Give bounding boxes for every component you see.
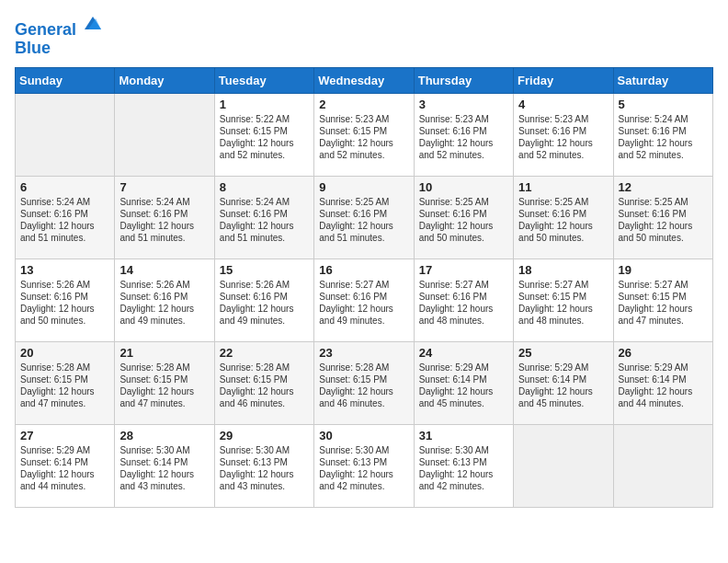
day-number: 18	[518, 263, 608, 277]
day-info: Daylight: 12 hours and 50 minutes.	[619, 220, 708, 244]
day-number: 4	[518, 98, 608, 111]
day-number: 17	[419, 263, 508, 277]
day-info: Daylight: 12 hours and 52 minutes.	[518, 137, 608, 161]
calendar-cell: 14Sunrise: 5:26 AMSunset: 6:16 PMDayligh…	[115, 259, 214, 341]
day-info: Daylight: 12 hours and 42 minutes.	[319, 468, 408, 492]
day-info: Sunset: 6:15 PM	[619, 291, 708, 303]
calendar-cell: 28Sunrise: 5:30 AMSunset: 6:14 PMDayligh…	[115, 424, 214, 507]
day-info: Sunset: 6:15 PM	[319, 373, 408, 385]
day-info: Sunset: 6:15 PM	[518, 291, 608, 303]
day-number: 1	[220, 98, 309, 111]
weekday-header-sunday: Sunday	[16, 67, 115, 93]
day-info: Daylight: 12 hours and 50 minutes.	[518, 220, 608, 244]
day-info: Daylight: 12 hours and 42 minutes.	[419, 468, 508, 492]
day-info: Sunrise: 5:25 AM	[419, 196, 508, 208]
calendar-cell: 17Sunrise: 5:27 AMSunset: 6:16 PMDayligh…	[414, 259, 513, 341]
day-info: Sunset: 6:16 PM	[419, 125, 508, 137]
weekday-header-thursday: Thursday	[414, 67, 513, 93]
day-info: Sunset: 6:14 PM	[119, 456, 209, 468]
calendar-cell: 27Sunrise: 5:29 AMSunset: 6:14 PMDayligh…	[16, 424, 115, 507]
day-info: Sunset: 6:16 PM	[619, 208, 708, 220]
day-info: Daylight: 12 hours and 52 minutes.	[419, 137, 508, 161]
day-info: Sunrise: 5:27 AM	[319, 279, 408, 291]
day-number: 26	[619, 346, 708, 360]
calendar-cell: 29Sunrise: 5:30 AMSunset: 6:13 PMDayligh…	[214, 424, 313, 507]
calendar-week-row: 13Sunrise: 5:26 AMSunset: 6:16 PMDayligh…	[16, 259, 713, 341]
day-number: 11	[518, 180, 608, 194]
day-info: Sunrise: 5:24 AM	[119, 196, 209, 208]
day-number: 6	[20, 180, 109, 194]
day-info: Sunset: 6:15 PM	[20, 373, 109, 385]
calendar-cell: 22Sunrise: 5:28 AMSunset: 6:15 PMDayligh…	[214, 341, 313, 424]
calendar-cell: 2Sunrise: 5:23 AMSunset: 6:15 PMDaylight…	[314, 93, 414, 176]
calendar-cell: 8Sunrise: 5:24 AMSunset: 6:16 PMDaylight…	[214, 176, 313, 259]
calendar-week-row: 27Sunrise: 5:29 AMSunset: 6:14 PMDayligh…	[16, 424, 713, 507]
day-info: Daylight: 12 hours and 48 minutes.	[518, 303, 608, 327]
calendar-cell: 7Sunrise: 5:24 AMSunset: 6:16 PMDaylight…	[115, 176, 214, 259]
day-number: 15	[220, 263, 309, 277]
calendar-cell: 10Sunrise: 5:25 AMSunset: 6:16 PMDayligh…	[414, 176, 513, 259]
day-number: 29	[220, 429, 309, 442]
weekday-header-wednesday: Wednesday	[314, 67, 414, 93]
day-info: Sunrise: 5:30 AM	[119, 444, 209, 456]
day-info: Sunrise: 5:23 AM	[319, 113, 408, 125]
day-info: Sunrise: 5:30 AM	[419, 444, 508, 456]
logo-text: General	[15, 15, 103, 40]
day-info: Sunrise: 5:26 AM	[220, 279, 309, 291]
calendar-cell: 4Sunrise: 5:23 AMSunset: 6:16 PMDaylight…	[514, 93, 613, 176]
day-info: Sunset: 6:15 PM	[119, 373, 209, 385]
day-number: 27	[20, 429, 109, 442]
day-info: Sunrise: 5:24 AM	[220, 196, 309, 208]
day-info: Daylight: 12 hours and 47 minutes.	[119, 385, 209, 409]
calendar-cell: 16Sunrise: 5:27 AMSunset: 6:16 PMDayligh…	[314, 259, 414, 341]
day-info: Daylight: 12 hours and 45 minutes.	[419, 385, 508, 409]
calendar-cell: 11Sunrise: 5:25 AMSunset: 6:16 PMDayligh…	[514, 176, 613, 259]
day-info: Sunset: 6:16 PM	[619, 125, 708, 137]
day-info: Sunset: 6:16 PM	[518, 208, 608, 220]
day-info: Sunrise: 5:27 AM	[419, 279, 508, 291]
day-number: 3	[419, 98, 508, 111]
day-info: Sunrise: 5:30 AM	[220, 444, 309, 456]
day-info: Sunset: 6:14 PM	[518, 373, 608, 385]
day-info: Sunrise: 5:27 AM	[619, 279, 708, 291]
day-number: 5	[619, 98, 708, 111]
day-number: 14	[119, 263, 209, 277]
day-info: Sunset: 6:16 PM	[220, 208, 309, 220]
day-info: Sunset: 6:16 PM	[20, 208, 109, 220]
day-info: Sunrise: 5:25 AM	[619, 196, 708, 208]
day-info: Daylight: 12 hours and 49 minutes.	[319, 303, 408, 327]
weekday-header-saturday: Saturday	[613, 67, 712, 93]
day-info: Sunset: 6:16 PM	[419, 291, 508, 303]
day-info: Sunrise: 5:28 AM	[319, 362, 408, 373]
day-info: Daylight: 12 hours and 46 minutes.	[319, 385, 408, 409]
day-info: Sunrise: 5:29 AM	[619, 362, 708, 373]
weekday-header-tuesday: Tuesday	[214, 67, 313, 93]
day-info: Daylight: 12 hours and 44 minutes.	[619, 385, 708, 409]
day-info: Sunset: 6:15 PM	[220, 373, 309, 385]
calendar-cell	[115, 93, 214, 176]
calendar-cell: 5Sunrise: 5:24 AMSunset: 6:16 PMDaylight…	[613, 93, 712, 176]
calendar-week-row: 6Sunrise: 5:24 AMSunset: 6:16 PMDaylight…	[16, 176, 713, 259]
day-number: 7	[119, 180, 209, 194]
day-info: Daylight: 12 hours and 50 minutes.	[20, 303, 109, 327]
day-info: Daylight: 12 hours and 45 minutes.	[518, 385, 608, 409]
calendar-week-row: 1Sunrise: 5:22 AMSunset: 6:15 PMDaylight…	[16, 93, 713, 176]
day-info: Sunset: 6:13 PM	[419, 456, 508, 468]
day-number: 12	[619, 180, 708, 194]
day-info: Daylight: 12 hours and 47 minutes.	[619, 303, 708, 327]
day-info: Sunrise: 5:29 AM	[419, 362, 508, 373]
calendar-cell	[514, 424, 613, 507]
day-info: Sunrise: 5:22 AM	[220, 113, 309, 125]
day-info: Daylight: 12 hours and 49 minutes.	[220, 303, 309, 327]
day-info: Daylight: 12 hours and 51 minutes.	[20, 220, 109, 244]
day-info: Sunset: 6:16 PM	[119, 208, 209, 220]
calendar-cell: 25Sunrise: 5:29 AMSunset: 6:14 PMDayligh…	[514, 341, 613, 424]
day-info: Sunrise: 5:27 AM	[518, 279, 608, 291]
day-info: Daylight: 12 hours and 47 minutes.	[20, 385, 109, 409]
calendar-cell: 9Sunrise: 5:25 AMSunset: 6:16 PMDaylight…	[314, 176, 414, 259]
calendar-cell: 13Sunrise: 5:26 AMSunset: 6:16 PMDayligh…	[16, 259, 115, 341]
day-info: Daylight: 12 hours and 52 minutes.	[319, 137, 408, 161]
calendar-cell: 1Sunrise: 5:22 AMSunset: 6:15 PMDaylight…	[214, 93, 313, 176]
calendar-cell: 26Sunrise: 5:29 AMSunset: 6:14 PMDayligh…	[613, 341, 712, 424]
day-info: Daylight: 12 hours and 43 minutes.	[220, 468, 309, 492]
